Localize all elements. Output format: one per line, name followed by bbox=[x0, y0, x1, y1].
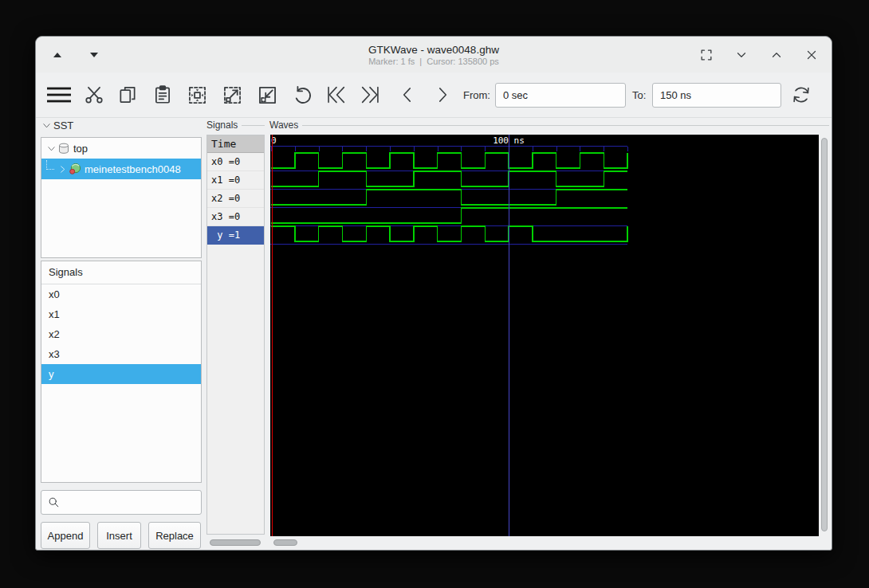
trace-name-y[interactable]: y =1 bbox=[207, 226, 264, 245]
signal-search-box[interactable] bbox=[41, 490, 202, 515]
cut-icon[interactable] bbox=[81, 82, 107, 108]
facility-item-x1[interactable]: x1 bbox=[41, 304, 201, 324]
facility-item-x0[interactable]: x0 bbox=[41, 284, 201, 304]
from-input[interactable] bbox=[495, 83, 626, 108]
component-icon bbox=[69, 163, 81, 175]
module-icon bbox=[57, 143, 70, 155]
window-title: GTKWave - wave0048.ghw bbox=[368, 44, 499, 56]
previous-edge-icon[interactable] bbox=[395, 82, 420, 108]
toolbar: From: To: bbox=[36, 73, 832, 118]
to-input[interactable] bbox=[652, 83, 781, 108]
reload-icon[interactable] bbox=[788, 82, 814, 108]
waves-vscrollbar[interactable] bbox=[820, 138, 829, 533]
paste-icon[interactable] bbox=[150, 82, 175, 108]
waves-hscrollbar[interactable] bbox=[272, 538, 819, 547]
trace-name-x3[interactable]: x3 =0 bbox=[207, 208, 264, 226]
chevron-down-icon[interactable] bbox=[45, 144, 57, 153]
chevron-down-icon bbox=[42, 121, 51, 130]
undo-icon[interactable] bbox=[289, 82, 314, 108]
trace-names-panel: Time x0 =0x1 =0x2 =0x3 =0 y =1 bbox=[206, 135, 265, 535]
facility-item-x2[interactable]: x2 bbox=[41, 324, 201, 344]
append-button[interactable]: Append bbox=[41, 522, 90, 549]
zoom-out-icon[interactable] bbox=[254, 82, 280, 108]
next-edge-icon[interactable] bbox=[430, 82, 455, 108]
trace-name-x1[interactable]: x1 =0 bbox=[207, 171, 264, 190]
minimize-icon[interactable] bbox=[731, 45, 752, 65]
tree-item-label: top bbox=[73, 143, 88, 155]
facility-list-header: Signals bbox=[41, 261, 201, 284]
insert-button[interactable]: Insert bbox=[97, 522, 141, 549]
trace-name-x2[interactable]: x2 =0 bbox=[207, 190, 264, 208]
facility-list: Signals x0x1x2x3y bbox=[41, 261, 202, 483]
tree-item-top[interactable]: top bbox=[41, 138, 201, 159]
names-hscrollbar[interactable] bbox=[207, 538, 264, 547]
waves-frame-label: Waves bbox=[269, 120, 829, 131]
sst-tree: top meinetestbench0048 bbox=[41, 137, 202, 258]
waves-hscrollbar-thumb[interactable] bbox=[273, 539, 297, 546]
zoom-in-icon[interactable] bbox=[219, 82, 245, 108]
facility-item-y[interactable]: y bbox=[41, 364, 201, 384]
trace-name-x0[interactable]: x0 =0 bbox=[207, 153, 264, 171]
waveform-canvas: 0100 ns bbox=[270, 135, 819, 536]
waves-vscrollbar-thumb[interactable] bbox=[821, 138, 828, 531]
sst-header-label: SST bbox=[53, 120, 73, 131]
replace-button[interactable]: Replace bbox=[148, 522, 201, 549]
signals-frame-label: Signals bbox=[206, 120, 265, 131]
gtkwave-window: GTKWave - wave0048.ghw Marker: 1 fs | Cu… bbox=[35, 36, 832, 551]
to-label: To: bbox=[632, 73, 646, 118]
fullscreen-icon[interactable] bbox=[696, 45, 717, 65]
wave-area[interactable]: 0100 ns bbox=[270, 135, 819, 536]
titlebar: GTKWave - wave0048.ghw Marker: 1 fs | Cu… bbox=[36, 37, 832, 73]
zoom-fit-icon[interactable] bbox=[184, 82, 210, 108]
close-icon[interactable] bbox=[801, 45, 822, 65]
svg-text:0: 0 bbox=[271, 135, 277, 146]
shade-up-icon[interactable] bbox=[47, 45, 68, 65]
tree-guide bbox=[46, 160, 54, 170]
go-to-start-icon[interactable] bbox=[324, 82, 349, 108]
maximize-icon[interactable] bbox=[766, 45, 787, 65]
go-to-end-icon[interactable] bbox=[357, 82, 383, 108]
shade-down-icon[interactable] bbox=[84, 45, 104, 65]
tree-item-meinetestbench0048[interactable]: meinetestbench0048 bbox=[41, 159, 201, 179]
window-status: Marker: 1 fs | Cursor: 135800 ps bbox=[368, 57, 499, 66]
search-input[interactable] bbox=[65, 496, 195, 509]
time-header: Time bbox=[207, 135, 264, 153]
copy-icon[interactable] bbox=[115, 82, 140, 108]
chevron-right-icon[interactable] bbox=[56, 165, 69, 174]
tree-item-label: meinetestbench0048 bbox=[85, 163, 181, 175]
menu-icon[interactable] bbox=[44, 82, 74, 108]
from-label: From: bbox=[463, 73, 490, 118]
facility-item-x3[interactable]: x3 bbox=[41, 344, 201, 364]
search-icon bbox=[48, 496, 60, 508]
sst-header[interactable]: SST bbox=[42, 120, 73, 131]
names-hscrollbar-thumb[interactable] bbox=[210, 539, 261, 546]
